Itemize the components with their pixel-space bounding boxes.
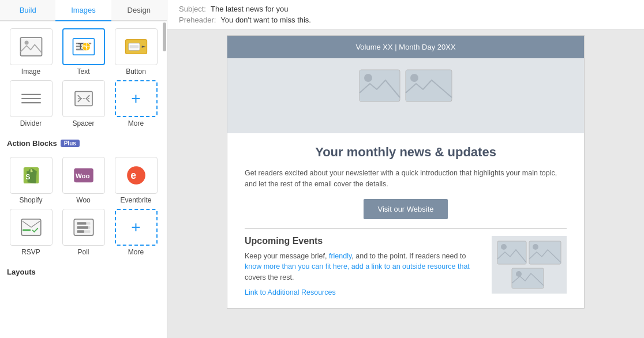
svg-point-41 [516,271,522,277]
woo-label: Woo [76,196,90,204]
image-icon-box [10,28,53,65]
right-area: Subject: The latest news for you Prehead… [167,0,644,338]
preheader-value: You don't want to miss this. [220,16,311,24]
block-more2[interactable]: + More [112,209,160,256]
divider-icon-box [10,80,53,117]
email-body: Your monthly news & updates Get readers … [227,133,584,308]
subject-value: The latest news for you [211,5,288,13]
text-label: Text [77,67,89,76]
svg-rect-0 [20,37,42,56]
more1-label: More [128,119,144,127]
block-text[interactable]: T Text [59,28,107,76]
rsvp-icon-box [10,209,53,246]
block-button[interactable]: Button [112,28,160,76]
block-poll[interactable]: Poll [59,209,107,256]
content-blocks-grid: Image T Text [0,21,167,134]
subject-label: Subject: [179,5,206,13]
more2-plus-icon: + [131,218,140,236]
shopify-label: Shopify [19,196,42,204]
preheader-label: Preheader: [179,16,216,24]
layouts-section-title: Layouts [0,263,167,279]
email-header-band: Volume XX | Month Day 20XX [227,36,584,58]
email-preview-wrap: Volume XX | Month Day 20XX Your monthly … [167,29,644,338]
more1-plus-icon: + [131,89,140,108]
more1-icon-box: + [115,80,158,117]
svg-point-39 [533,244,538,250]
svg-rect-24 [23,230,31,231]
action-blocks-section-title: Action Blocks Plus [0,134,167,150]
email-headline: Your monthly news & updates [245,145,567,160]
block-spacer[interactable]: Spacer [59,80,107,127]
svg-text:e: e [130,170,136,181]
block-rsvp[interactable]: RSVP [7,209,55,256]
left-panel: Build Images Design Image [0,0,167,338]
svg-rect-40 [512,268,544,288]
svg-rect-29 [77,226,88,228]
block-shopify[interactable]: S Shopify [7,157,55,204]
divider-label: Divider [20,119,42,127]
events-title: Upcoming Events [245,236,484,246]
tab-images[interactable]: Images [55,0,111,21]
events-text: Upcoming Events Keep your message brief,… [245,236,484,296]
shopify-icon-box: S [10,157,53,194]
cta-button[interactable]: Visit our Website [364,199,447,219]
layouts-title-text: Layouts [7,268,36,276]
svg-text:S: S [25,173,30,181]
preheader-row: Preheader: You don't want to miss this. [179,16,632,24]
svg-point-35 [410,74,418,82]
block-image[interactable]: Image [7,28,55,76]
email-preview: Volume XX | Month Day 20XX Your monthly … [227,35,585,309]
more2-icon-box: + [115,209,158,246]
plus-badge: Plus [61,140,80,147]
svg-rect-31 [77,230,84,232]
button-label: Button [126,67,146,76]
email-cta: Visit our Website [245,199,567,219]
rsvp-label: RSVP [21,248,40,256]
text-icon-box: T [62,28,105,65]
email-divider [245,228,567,229]
email-hero-image [227,58,584,133]
eventbrite-label: Eventbrite [120,196,151,204]
subject-row: Subject: The latest news for you [179,5,632,13]
tabs-bar: Build Images Design [0,0,167,21]
tab-build[interactable]: Build [0,0,55,21]
email-intro: Get readers excited about your newslette… [245,168,567,190]
action-blocks-title-text: Action Blocks [7,139,57,148]
block-more1[interactable]: + More [112,80,160,127]
svg-rect-36 [497,241,526,264]
block-woo[interactable]: Woo Woo [59,157,107,204]
svg-rect-10 [129,45,138,48]
poll-icon-box [62,209,105,246]
button-icon-box [115,28,158,65]
more2-label: More [128,248,144,256]
poll-label: Poll [77,248,89,256]
svg-point-1 [24,40,28,44]
email-header-text: Volume XX | Month Day 20XX [355,43,455,51]
woo-icon-box: Woo [62,157,105,194]
events-image [492,236,567,294]
svg-text:Woo: Woo [75,172,89,179]
events-section: Upcoming Events Keep your message brief,… [245,236,567,296]
block-divider[interactable]: Divider [7,80,55,127]
events-link[interactable]: Link to Additional Resources [245,288,336,296]
svg-point-37 [501,244,507,250]
events-body: Keep your message brief, friendly, and t… [245,251,484,283]
meta-bar: Subject: The latest news for you Prehead… [167,0,644,29]
eventbrite-icon-box: e [115,157,158,194]
spacer-label: Spacer [72,119,94,127]
svg-point-33 [364,74,372,82]
svg-rect-27 [77,222,86,224]
tab-design[interactable]: Design [111,0,167,21]
action-blocks-grid: S Shopify Woo Woo e Eventbrite [0,150,167,263]
block-eventbrite[interactable]: e Eventbrite [112,157,160,204]
image-label: Image [21,67,40,76]
spacer-icon-box [62,80,105,117]
